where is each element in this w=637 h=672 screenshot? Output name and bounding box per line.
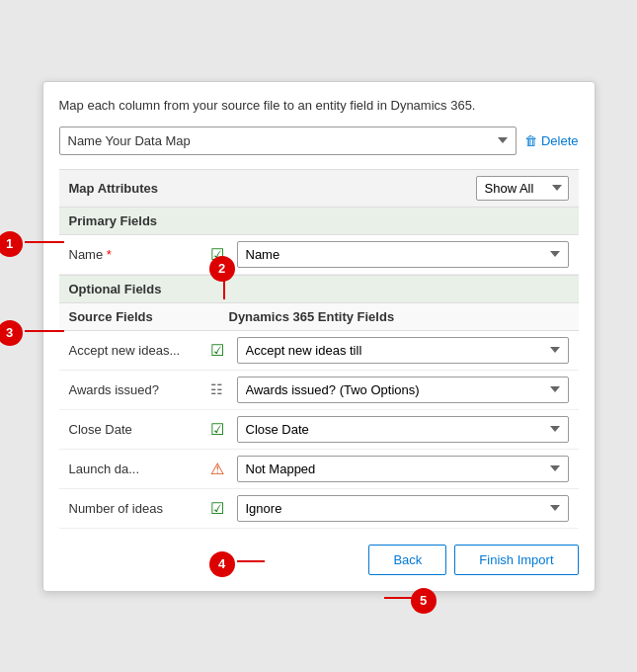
entity-col-header: Dynamics 365 Entity Fields xyxy=(229,309,569,324)
trash-icon: 🗑 xyxy=(524,133,537,148)
callout-badge-5: 5 xyxy=(411,588,437,614)
ideas-field-icon: ☑ xyxy=(205,499,229,518)
list-icon: ☷ xyxy=(210,381,223,397)
name-field-row: Name * ☑ Name xyxy=(59,235,579,275)
warning-icon: ⚠ xyxy=(210,461,224,477)
arrow-3 xyxy=(25,330,64,332)
arrow-1 xyxy=(25,241,64,243)
show-all-select[interactable]: Show All Mapped Unmapped xyxy=(476,176,569,201)
primary-fields-header: Primary Fields xyxy=(59,208,579,235)
primary-fields-label: Primary Fields xyxy=(69,213,158,228)
awards-field-label: Awards issued? xyxy=(69,382,198,397)
callout-badge-3: 3 xyxy=(0,320,23,346)
required-star: * xyxy=(107,247,112,262)
callout-badge-4: 4 xyxy=(209,551,235,577)
data-map-row: Name Your Data Map 🗑 Delete xyxy=(59,126,579,155)
data-map-select[interactable]: Name Your Data Map xyxy=(59,126,517,155)
close-field-icon: ☑ xyxy=(205,420,229,439)
check-icon: ☑ xyxy=(210,500,224,517)
accept-field-select[interactable]: Accept new ideas till xyxy=(237,337,569,364)
accept-field-icon: ☑ xyxy=(205,341,229,360)
map-attributes-label: Map Attributes xyxy=(69,181,159,196)
check-icon: ☑ xyxy=(210,421,224,438)
map-attributes-header: Map Attributes Show All Mapped Unmapped xyxy=(59,169,579,208)
optional-fields-label: Optional Fields xyxy=(69,282,162,296)
footer: Back Finish Import xyxy=(59,545,579,575)
check-icon: ☑ xyxy=(210,342,224,359)
optional-fields-header: Optional Fields xyxy=(59,275,579,303)
awards-field-icon: ☷ xyxy=(205,381,229,397)
field-row-accept: Accept new ideas... ☑ Accept new ideas t… xyxy=(59,331,579,371)
launch-field-icon: ⚠ xyxy=(205,460,229,478)
primary-fields-section: Primary Fields Name * ☑ Name xyxy=(59,208,579,275)
launch-field-label: Launch da... xyxy=(69,462,198,476)
delete-label: Delete xyxy=(541,133,579,148)
dialog: 2 4 5 Map each column from your source f… xyxy=(42,81,596,592)
field-row-ideas: Number of ideas ☑ Ignore xyxy=(59,489,579,529)
close-field-label: Close Date xyxy=(69,422,198,437)
name-field-select[interactable]: Name xyxy=(237,241,569,268)
instruction-text: Map each column from your source file to… xyxy=(59,98,579,113)
name-field-label: Name * xyxy=(69,247,198,262)
field-row-awards: Awards issued? ☷ Awards issued? (Two Opt… xyxy=(59,371,579,410)
arrow-5 xyxy=(384,597,414,599)
arrow-4 xyxy=(237,560,265,562)
field-row-close: Close Date ☑ Close Date xyxy=(59,410,579,450)
delete-button[interactable]: 🗑 Delete xyxy=(524,133,579,148)
callout-badge-2: 2 xyxy=(209,256,235,282)
ideas-field-select[interactable]: Ignore xyxy=(237,495,569,522)
callout-badge-1: 1 xyxy=(0,231,23,257)
back-button[interactable]: Back xyxy=(368,545,446,575)
awards-field-select[interactable]: Awards issued? (Two Options) xyxy=(237,377,569,403)
column-headers: Source Fields Dynamics 365 Entity Fields xyxy=(59,303,579,331)
finish-import-button[interactable]: Finish Import xyxy=(454,545,578,575)
close-field-select[interactable]: Close Date xyxy=(237,416,569,443)
launch-field-select[interactable]: Not Mapped xyxy=(237,456,569,482)
ideas-field-label: Number of ideas xyxy=(69,501,198,516)
source-col-header: Source Fields xyxy=(69,309,198,324)
optional-fields-section: Optional Fields Source Fields Dynamics 3… xyxy=(59,275,579,529)
accept-field-label: Accept new ideas... xyxy=(69,343,198,358)
field-row-launch: Launch da... ⚠ Not Mapped xyxy=(59,450,579,489)
